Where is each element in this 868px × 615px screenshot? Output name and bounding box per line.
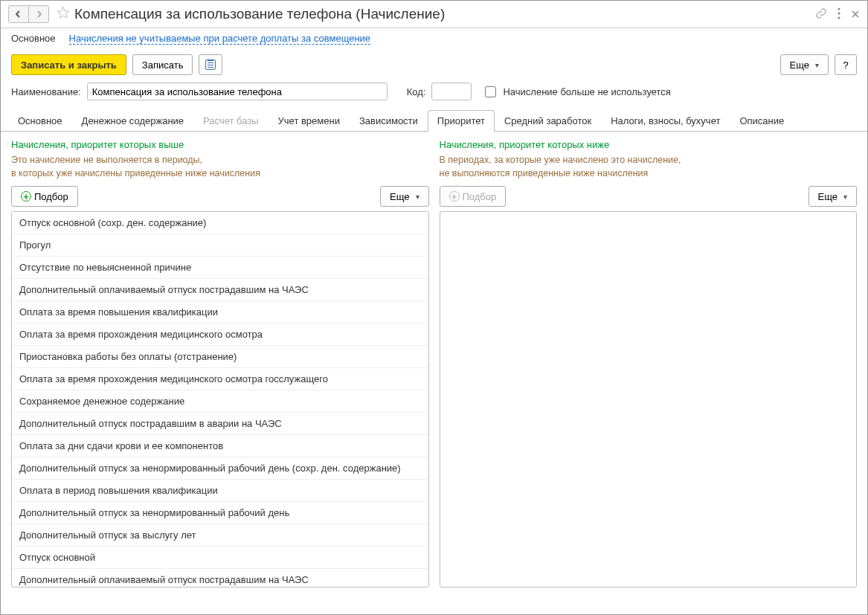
add-icon: + — [21, 191, 31, 202]
close-icon[interactable] — [851, 8, 860, 21]
list-item[interactable]: Дополнительный отпуск за ненормированный… — [12, 502, 428, 524]
svg-point-0 — [838, 7, 840, 10]
tab-денежное-содержание[interactable]: Денежное содержание — [72, 110, 193, 132]
left-select-label: Подбор — [34, 191, 68, 202]
nav-forward-button[interactable] — [28, 5, 49, 23]
right-more-button[interactable]: Еще — [808, 186, 857, 207]
list-item[interactable]: Сохраняемое денежное содержание — [12, 390, 428, 413]
list-item[interactable]: Оплата в период повышения квалификации — [12, 480, 428, 502]
tab-основное[interactable]: Основное — [8, 110, 72, 132]
list-item[interactable]: Оплата за время повышения квалификации — [12, 301, 428, 323]
document-icon-button[interactable] — [199, 54, 222, 75]
favorite-star-icon[interactable] — [57, 6, 70, 23]
right-select-label: Подбор — [463, 191, 497, 202]
lower-priority-sub: В периодах, за которые уже начислено это… — [440, 153, 858, 180]
svg-point-2 — [838, 16, 840, 19]
document-icon — [205, 59, 216, 70]
save-close-button[interactable]: Записать и закрыть — [11, 54, 126, 75]
list-item[interactable]: Отсутствие по невыясненной причине — [12, 257, 428, 279]
not-used-checkbox[interactable] — [485, 86, 496, 97]
higher-priority-list[interactable]: Отпуск основной (сохр. ден. содержание)П… — [11, 211, 429, 587]
list-item[interactable]: Оплата за дни сдачи крови и ее компонент… — [12, 435, 428, 457]
subnav-link[interactable]: Начисления не учитываемые при расчете до… — [69, 33, 371, 45]
list-item[interactable]: Отпуск основной (сохр. ден. содержание) — [12, 212, 428, 234]
right-select-button: + Подбор — [440, 186, 507, 207]
list-item[interactable]: Дополнительный отпуск за выслугу лет — [12, 524, 428, 547]
list-item[interactable]: Дополнительный оплачиваемый отпуск постр… — [12, 279, 428, 301]
list-item[interactable]: Оплата за время прохождения медицинского… — [12, 323, 428, 346]
page-title: Компенсация за использование телефона (Н… — [74, 6, 815, 22]
list-item[interactable]: Дополнительный оплачиваемый отпуск постр… — [12, 569, 428, 587]
higher-priority-heading: Начисления, приоритет которых выше — [11, 139, 429, 150]
add-icon: + — [449, 191, 460, 202]
more-button[interactable]: Еще — [780, 54, 829, 75]
link-icon[interactable] — [815, 7, 827, 22]
nav-back-button[interactable] — [8, 5, 29, 23]
list-item[interactable]: Отпуск основной — [12, 547, 428, 569]
help-button[interactable]: ? — [835, 54, 857, 75]
tab-зависимости[interactable]: Зависимости — [350, 110, 428, 132]
left-more-button[interactable]: Еще — [380, 186, 428, 207]
tab-описание[interactable]: Описание — [730, 110, 794, 132]
lower-priority-list[interactable] — [440, 211, 858, 587]
subnav-main[interactable]: Основное — [11, 33, 56, 45]
tab-средний-заработок[interactable]: Средний заработок — [495, 110, 601, 132]
list-item[interactable]: Прогул — [12, 234, 428, 257]
list-item[interactable]: Дополнительный отпуск пострадавшим в ава… — [12, 413, 428, 435]
left-select-button[interactable]: + Подбор — [11, 186, 78, 207]
lower-priority-heading: Начисления, приоритет которых ниже — [440, 139, 858, 150]
svg-point-1 — [838, 12, 840, 14]
tabs-bar: ОсновноеДенежное содержаниеРасчет базыУч… — [1, 109, 867, 132]
tab-расчет-базы[interactable]: Расчет базы — [193, 110, 269, 132]
tab-учет-времени[interactable]: Учет времени — [269, 110, 350, 132]
higher-priority-sub: Это начисление не выполняется в периоды,… — [11, 153, 429, 180]
name-label: Наименование: — [11, 86, 81, 97]
name-input[interactable] — [87, 83, 388, 100]
code-input[interactable] — [431, 83, 472, 100]
tab-приоритет[interactable]: Приоритет — [428, 110, 495, 132]
save-button[interactable]: Записать — [132, 54, 193, 75]
not-used-label: Начисление больше не используется — [503, 86, 670, 97]
list-item[interactable]: Приостановка работы без оплаты (отстране… — [12, 346, 428, 368]
list-item[interactable]: Дополнительный отпуск за ненормированный… — [12, 457, 428, 480]
tab-налоги-взносы-бухучет[interactable]: Налоги, взносы, бухучет — [601, 110, 730, 132]
code-label: Код: — [407, 86, 426, 97]
list-item[interactable]: Оплата за время прохождения медицинского… — [12, 368, 428, 390]
kebab-menu-icon[interactable] — [838, 7, 840, 22]
